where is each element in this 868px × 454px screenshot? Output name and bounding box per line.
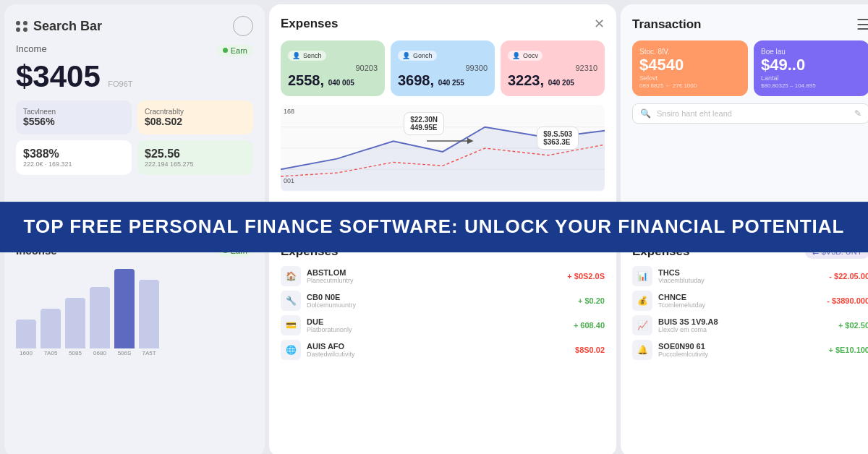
close-button[interactable]: ✕ bbox=[594, 16, 605, 32]
bar-label: 0680 bbox=[93, 350, 106, 356]
card1-header: Search Bar bbox=[16, 16, 253, 36]
bar-chart: 16007A0550850680506S7A5T bbox=[16, 262, 253, 356]
expenses-items: 🏠 ABSTLOM Planecutmluntry + $0S2.0S 🔧 CB… bbox=[281, 266, 605, 360]
bar-label: 7A5T bbox=[142, 350, 156, 356]
exp-icon: 🔧 bbox=[281, 291, 301, 311]
edit-icon[interactable]: ✎ bbox=[854, 108, 861, 119]
exp-card-2: 👤Gonch 99300 3698, 040 255 bbox=[391, 40, 495, 96]
exp-name: CB0 N0E bbox=[307, 293, 572, 301]
transaction-title: Transaction bbox=[632, 17, 701, 32]
exp-amount: + $E10.100 bbox=[828, 346, 868, 354]
card-income-chart: Inconse Earn 16007A0550850680506S7A5T bbox=[4, 233, 265, 454]
card-expenses-top: Expenses ✕ 👤Sench 90203 2558, 040 005 👤G… bbox=[269, 4, 616, 228]
income-sub: FO96T bbox=[108, 80, 132, 88]
card3-header: Transaction ☰ bbox=[632, 16, 868, 33]
exp-icon: 🏠 bbox=[281, 266, 301, 286]
income-mini-cards: Tacvlneen $556% Cracntrablty $08.S02 bbox=[16, 100, 253, 134]
main-banner: TOP FREE PERSONAL FINANCE SOFTWARE: UNLO… bbox=[0, 202, 868, 252]
card1-title-group: Search Bar bbox=[16, 19, 102, 34]
list-item: 🏠 ABSTLOM Planecutmluntry + $0S2.0S bbox=[281, 266, 605, 286]
exp-icon: 💳 bbox=[281, 315, 301, 335]
exp-category: Platboratunonly bbox=[307, 326, 568, 333]
mini-card-1: Tacvlneen $556% bbox=[16, 100, 132, 134]
exp-card-1: 👤Sench 90203 2558, 040 005 bbox=[281, 40, 385, 96]
card-transaction: Transaction ☰ Stoc. 8lV. $4540 Selovt089… bbox=[621, 4, 868, 228]
chart-bubble-2: $9.S.503 $363.3E bbox=[537, 127, 579, 150]
exp-icon: 💰 bbox=[632, 291, 652, 311]
card1-circle-button[interactable] bbox=[233, 16, 253, 36]
exp-info: ABSTLOM Planecutmluntry bbox=[307, 268, 561, 284]
exp-amount: - $22.05.00 bbox=[829, 272, 868, 280]
ec2-badge: 👤Gonch bbox=[398, 51, 437, 61]
exp-amount: + 608.40 bbox=[574, 321, 605, 330]
bc-2: $25.56 222.194 165.275 bbox=[137, 140, 253, 175]
exp-icon: 📈 bbox=[632, 315, 652, 335]
search-placeholder: Snsiro hant eht leand bbox=[657, 109, 848, 118]
card-expenses-list: Expenses 🏠 ABSTLOM Planecutmluntry + $0S… bbox=[269, 233, 616, 454]
grid-icon bbox=[16, 21, 27, 32]
transaction-search[interactable]: 🔍 Snsiro hant eht leand ✎ bbox=[632, 103, 868, 124]
exp-info: THCS Viacemblutuday bbox=[658, 268, 823, 284]
income-label: Income bbox=[16, 43, 47, 54]
bar bbox=[41, 309, 61, 348]
exp-amount: + $0S2.0S bbox=[567, 272, 605, 280]
exp-name: CHNCE bbox=[658, 293, 821, 301]
exp-category: Dastedwilcutivity bbox=[307, 351, 569, 358]
trans-card-2: Boe lau $49..0 Lantal$80.80325 – 104.895 bbox=[754, 40, 868, 96]
card-search-bar: Search Bar Income Earn $3405 FO96T Tacvl… bbox=[4, 4, 265, 228]
exp-name: DUE bbox=[307, 317, 568, 326]
exp-category: Puccolemlcutivity bbox=[658, 351, 822, 358]
bar bbox=[16, 320, 36, 348]
bar bbox=[114, 269, 135, 348]
card-expenses-more: Expenses ⇄ $V3B. UNY 📊 THCS Viacemblutud… bbox=[621, 233, 868, 454]
income-amount: $3405 bbox=[16, 59, 101, 93]
ec3-amount: 3223, 040 205 bbox=[508, 72, 597, 89]
exp-category: Llexclv em coma bbox=[658, 326, 833, 333]
exp-name: ABSTLOM bbox=[307, 268, 561, 277]
bar-group: 0680 bbox=[90, 287, 110, 356]
bar-group: 1600 bbox=[16, 320, 36, 356]
expenses-title: Expenses bbox=[281, 17, 338, 31]
exp-info: AUIS AFO Dastedwilcutivity bbox=[307, 342, 569, 358]
list-item: 📊 THCS Viacemblutuday - $22.05.00 bbox=[632, 266, 868, 286]
ec2-amount: 3698, 040 255 bbox=[398, 72, 488, 89]
exp-info: CB0 N0E Dolcemumuuntry bbox=[307, 293, 572, 309]
list-item: 💰 CHNCE Tcomlemelutday - $3890.000 bbox=[632, 291, 868, 311]
list-item: 💳 DUE Platboratunonly + 608.40 bbox=[281, 315, 605, 335]
exp-category: Planecutmluntry bbox=[307, 277, 561, 284]
exp-name: AUIS AFO bbox=[307, 342, 569, 351]
transaction-cards-row: Stoc. 8lV. $4540 Selovt089 8825 ← 27€ 10… bbox=[632, 40, 868, 96]
mini-card-2: Cracntrablty $08.S02 bbox=[137, 100, 253, 134]
bar-group: 7A5T bbox=[139, 280, 159, 356]
card6-items: 📊 THCS Viacemblutuday - $22.05.00 💰 CHNC… bbox=[632, 266, 868, 360]
exp-category: Tcomlemelutday bbox=[658, 301, 821, 309]
exp-amount: + $02.50 bbox=[838, 321, 868, 330]
exp-info: DUE Platboratunonly bbox=[307, 317, 568, 333]
bar bbox=[65, 298, 85, 348]
exp-amount: $8S0.02 bbox=[575, 346, 605, 354]
list-item: 📈 BUIS 3S 1V9.A8 Llexclv em coma + $02.5… bbox=[632, 315, 868, 335]
exp-amount: - $3890.000 bbox=[827, 296, 868, 305]
exp-card-3: 👤Oocv 92310 3223, 040 205 bbox=[501, 40, 605, 96]
bar bbox=[90, 287, 110, 348]
exp-name: THCS bbox=[658, 268, 823, 277]
ec1-badge: 👤Sench bbox=[288, 51, 326, 61]
bar-group: 7A05 bbox=[41, 309, 61, 356]
exp-name: SOE0N90 61 bbox=[658, 342, 822, 351]
exp-info: SOE0N90 61 Puccolemlcutivity bbox=[658, 342, 822, 358]
bar-label: 5085 bbox=[69, 350, 82, 356]
exp-category: Viacemblutuday bbox=[658, 277, 823, 284]
trans-card-1: Stoc. 8lV. $4540 Selovt089 8825 ← 27€ 10… bbox=[632, 40, 748, 96]
ec1-amount: 2558, 040 005 bbox=[288, 72, 378, 89]
card2-header: Expenses ✕ bbox=[281, 16, 605, 32]
exp-icon: 📊 bbox=[632, 266, 652, 286]
exp-amount: + $0.20 bbox=[578, 296, 605, 305]
bar bbox=[139, 280, 159, 348]
bar-group: 506S bbox=[114, 269, 135, 356]
exp-icon: 🔔 bbox=[632, 340, 652, 360]
income-badge: Earn bbox=[217, 45, 253, 56]
list-item: 🔔 SOE0N90 61 Puccolemlcutivity + $E10.10… bbox=[632, 340, 868, 360]
card1-title: Search Bar bbox=[33, 19, 102, 34]
hamburger-icon[interactable]: ☰ bbox=[856, 16, 868, 33]
bottom-cards: $388% 222.0€ · 169.321 $25.56 222.194 16… bbox=[16, 140, 253, 175]
